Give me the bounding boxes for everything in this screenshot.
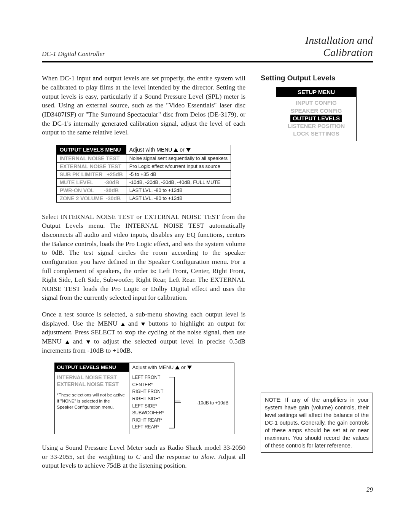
bracket-icon — [169, 375, 184, 430]
fig2-right-head-suffix: or — [180, 364, 187, 370]
fig1-row3-val: -30dB — [104, 179, 119, 185]
p3-seg-b: and — [125, 320, 141, 327]
setup-item-3: LISTENER POSITION — [276, 122, 356, 130]
setup-item-0: INPUT CONFIG — [276, 99, 356, 107]
chapter-line-1: Installation and — [305, 34, 373, 46]
fig1-row4-val: -30dB — [104, 187, 119, 193]
fig1-row1-desc: Pro Logic effect w/current input as sour… — [126, 162, 231, 170]
fig1-row3-desc: -10dB, -20dB, -30dB, -40dB, FULL MUTE — [126, 178, 231, 186]
menu-down-icon — [141, 323, 145, 326]
menu-down-icon — [187, 366, 192, 369]
page-number: 29 — [366, 486, 373, 493]
p3-seg-d: and — [69, 337, 86, 345]
fig1-row2-name: SUB PK LIMITER — [60, 171, 103, 177]
section-heading: Setting Output Levels — [261, 74, 373, 82]
chapter-line-2: Calibration — [305, 46, 373, 59]
menu-up-icon — [121, 323, 125, 326]
fig1-row5-val: -30dB — [106, 195, 121, 201]
fig2-range: -10dB to +10dB — [197, 399, 229, 406]
main-column: When DC-1 input and output levels are se… — [42, 74, 245, 478]
setup-item-4: LOCK SETTINGS — [276, 130, 356, 137]
fig2-left-item-1: EXTERNAL NOISE TEST — [57, 381, 127, 388]
fig2-left-item-0: INTERNAL NOISE TEST — [57, 374, 127, 381]
page-header: DC-1 Digital Controller Installation and… — [42, 34, 373, 62]
fig1-row4-name: PWR-ON VOL — [60, 187, 94, 193]
menu-up-icon — [65, 340, 69, 344]
fig2-right-heading: Adjust with MENU or — [129, 363, 234, 372]
output-levels-submenu-figure: OUTPUT LEVELS MENU INTERNAL NOISE TEST E… — [54, 363, 233, 434]
fig1-row5-name: ZONE 2 VOLUME — [60, 195, 103, 201]
fig1-row4-desc: LAST LVL, -80 to +12dB — [126, 186, 231, 194]
fig1-row2-val: +25dB — [107, 171, 123, 177]
menu-up-icon — [175, 366, 180, 369]
fig1-row3-name: MUTE LEVEL — [60, 179, 94, 185]
output-levels-menu-table: OUTPUT LEVELS MENU Adjust with MENU or I… — [56, 145, 231, 203]
fig2-right-head-prefix: Adjust with MENU — [132, 364, 175, 370]
fig2-left-heading: OUTPUT LEVELS MENU — [55, 363, 129, 372]
page-footer: 29 — [42, 482, 373, 494]
setup-item-2-selected: OUTPUT LEVELS — [290, 115, 342, 122]
menu-down-icon — [186, 148, 191, 152]
fig1-right-head-prefix: Adjust with MENU — [129, 147, 174, 153]
fig1-right-heading: Adjust with MENU or — [126, 145, 231, 154]
intro-paragraph: When DC-1 input and output levels are se… — [42, 74, 245, 137]
fig1-left-heading: OUTPUT LEVELS MENU — [56, 145, 126, 154]
p4-italic-2: Slow — [201, 453, 214, 460]
setup-menu-title: SETUP MENU — [276, 87, 356, 97]
paragraph-noise-test: Select INTERNAL NOISE TEST or EXTERNAL N… — [42, 212, 245, 302]
setup-menu-figure: SETUP MENU INPUT CONFIG SPEAKER CONFIG O… — [276, 87, 357, 141]
setup-item-1: SPEAKER CONFIG — [276, 107, 356, 115]
p4-italic-1: C — [136, 453, 140, 460]
fig1-row2-desc: -5 to +35 dB — [126, 170, 231, 178]
fig1-row0-name: INTERNAL NOISE TEST — [60, 155, 120, 161]
side-column: Setting Output Levels SETUP MENU INPUT C… — [261, 74, 373, 478]
paragraph-submenu: Once a test source is selected, a sub-me… — [42, 310, 245, 355]
p4-seg-b: and the response to — [140, 453, 201, 460]
product-name: DC-1 Digital Controller — [42, 50, 105, 58]
fig1-row1-name: EXTERNAL NOISE TEST — [60, 163, 121, 169]
paragraph-spl: Using a Sound Pressure Level Meter such … — [42, 443, 245, 470]
amplifier-note-box: NOTE: If any of the amplifiers in your s… — [261, 393, 373, 453]
chapter-title: Installation and Calibration — [305, 34, 373, 59]
fig1-right-head-suffix: or — [178, 147, 186, 153]
menu-up-icon — [174, 148, 178, 152]
menu-down-icon — [86, 340, 90, 344]
fig2-footnote: *These selections will not be active if … — [55, 390, 129, 414]
fig1-row0-desc: Noise signal sent sequentially to all sp… — [126, 154, 231, 162]
fig1-row5-desc: LAST LVL, -80 to +12dB — [126, 194, 231, 202]
